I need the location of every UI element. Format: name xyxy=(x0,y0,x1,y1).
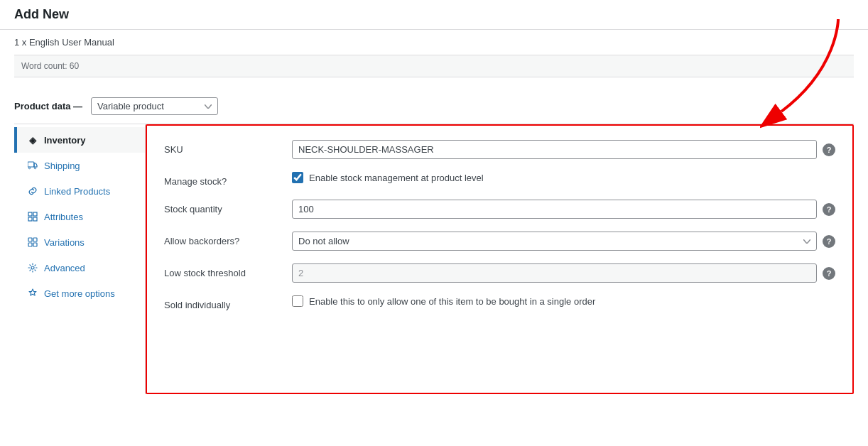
sold-individually-control: Enable this to only allow one of this it… xyxy=(292,295,835,307)
grid-icon xyxy=(27,236,38,248)
link-icon xyxy=(27,185,38,197)
stock-quantity-field-row: Stock quantity ? xyxy=(164,200,835,219)
product-data-body: ◈ Inventory Shipping xyxy=(14,124,854,394)
allow-backorders-field-row: Allow backorders? Do not allow Allow, bu… xyxy=(164,232,835,251)
svg-point-1 xyxy=(28,167,30,168)
sidebar-nav: ◈ Inventory Shipping xyxy=(14,124,146,394)
allow-backorders-help-icon[interactable]: ? xyxy=(823,235,835,248)
sku-input[interactable] xyxy=(292,140,817,159)
manual-text: 1 x English User Manual xyxy=(14,30,854,55)
svg-rect-4 xyxy=(33,212,37,216)
sidebar-item-attributes[interactable]: Attributes xyxy=(14,204,145,229)
manage-stock-checkbox[interactable] xyxy=(292,172,303,183)
product-data-section: Product data — Variable product Simple p… xyxy=(14,89,854,394)
svg-rect-10 xyxy=(33,243,37,246)
low-stock-threshold-control: ? xyxy=(292,263,835,283)
table-icon xyxy=(27,211,38,222)
allow-backorders-select[interactable]: Do not allow Allow, but notify customer … xyxy=(292,232,817,251)
svg-rect-6 xyxy=(33,217,37,221)
sidebar-label-get-more: Get more options xyxy=(44,288,115,299)
sidebar-item-inventory[interactable]: ◈ Inventory xyxy=(14,127,145,153)
page-wrapper: Add New 1 x English User Manual Word cou… xyxy=(0,0,868,446)
stock-quantity-input[interactable] xyxy=(292,200,817,219)
stock-quantity-help-icon[interactable]: ? xyxy=(823,203,835,216)
sidebar-item-variations[interactable]: Variations xyxy=(14,229,145,255)
sidebar-label-linked-products: Linked Products xyxy=(44,186,110,197)
low-stock-threshold-input[interactable] xyxy=(292,263,817,283)
page-title: Add New xyxy=(14,7,854,22)
gear-icon xyxy=(27,262,38,273)
sku-label: SKU xyxy=(164,140,278,155)
sidebar-item-linked-products[interactable]: Linked Products xyxy=(14,178,145,204)
sold-individually-checkbox[interactable] xyxy=(292,295,303,307)
allow-backorders-label: Allow backorders? xyxy=(164,232,278,246)
sidebar-item-shipping[interactable]: Shipping xyxy=(14,153,145,178)
sku-field-row: SKU ? xyxy=(164,140,835,159)
stock-quantity-label: Stock quantity xyxy=(164,200,278,214)
svg-rect-3 xyxy=(28,212,32,216)
title-bar: Add New xyxy=(0,0,868,30)
low-stock-threshold-label: Low stock threshold xyxy=(164,263,278,278)
manage-stock-control: Enable stock management at product level xyxy=(292,172,835,183)
sidebar-label-shipping: Shipping xyxy=(44,161,80,171)
sidebar-item-get-more-options[interactable]: Get more options xyxy=(14,281,145,306)
diamond-icon: ◈ xyxy=(27,134,38,146)
sold-individually-field-row: Sold individually Enable this to only al… xyxy=(164,295,835,310)
sidebar-label-attributes: Attributes xyxy=(44,212,83,222)
sku-control: ? xyxy=(292,140,835,159)
low-stock-threshold-help-icon[interactable]: ? xyxy=(823,267,835,280)
sold-individually-checkbox-label: Enable this to only allow one of this it… xyxy=(309,296,595,307)
content-area: 1 x English User Manual Word count: 60 P… xyxy=(0,30,868,394)
svg-rect-9 xyxy=(28,243,32,246)
sold-individually-checkbox-row: Enable this to only allow one of this it… xyxy=(292,295,595,307)
truck-icon xyxy=(27,160,38,171)
svg-rect-7 xyxy=(28,238,32,241)
svg-point-11 xyxy=(31,266,34,269)
product-data-header: Product data — Variable product Simple p… xyxy=(14,89,854,124)
manage-stock-field-row: Manage stock? Enable stock management at… xyxy=(164,172,835,187)
word-count-bar: Word count: 60 xyxy=(14,55,854,77)
low-stock-threshold-field-row: Low stock threshold ? xyxy=(164,263,835,283)
sidebar-label-inventory: Inventory xyxy=(44,135,86,146)
manage-stock-checkbox-row: Enable stock management at product level xyxy=(292,172,484,183)
svg-rect-5 xyxy=(28,217,32,221)
sidebar-item-advanced[interactable]: Advanced xyxy=(14,255,145,281)
manage-stock-checkbox-label: Enable stock management at product level xyxy=(309,173,484,183)
svg-rect-0 xyxy=(28,162,34,167)
main-panel: SKU ? Manage stock? Enable stock manag xyxy=(146,124,854,394)
stock-quantity-control: ? xyxy=(292,200,835,219)
star-icon xyxy=(27,288,38,299)
product-type-select[interactable]: Variable product Simple product Grouped … xyxy=(91,97,218,115)
svg-rect-8 xyxy=(33,238,37,241)
sidebar-label-advanced: Advanced xyxy=(44,263,85,273)
sidebar-label-variations: Variations xyxy=(44,237,85,248)
manage-stock-label: Manage stock? xyxy=(164,172,278,187)
product-data-label: Product data — xyxy=(14,101,82,111)
allow-backorders-control: Do not allow Allow, but notify customer … xyxy=(292,232,835,251)
sku-help-icon[interactable]: ? xyxy=(823,143,835,156)
sold-individually-label: Sold individually xyxy=(164,295,278,310)
svg-point-2 xyxy=(34,167,36,168)
